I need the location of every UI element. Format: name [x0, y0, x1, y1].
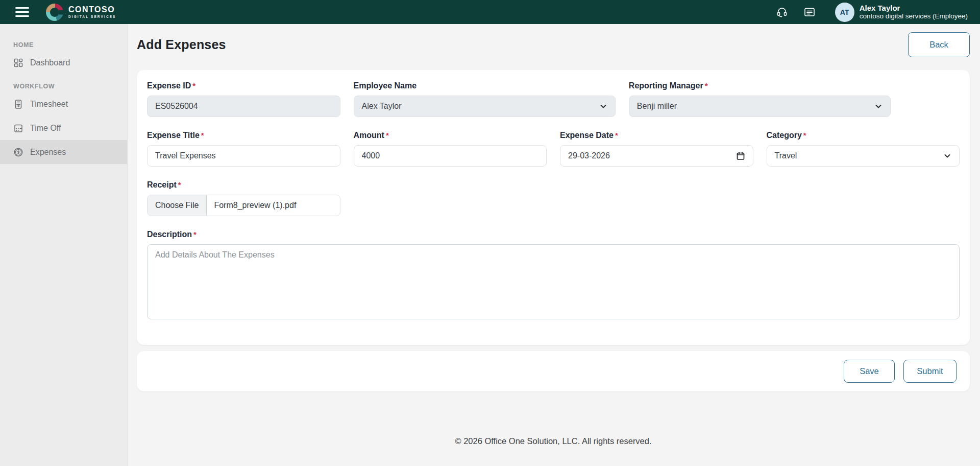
receipt-label: Receipt* — [147, 180, 340, 190]
page-title: Add Expenses — [137, 37, 226, 52]
news-memo-icon — [803, 6, 816, 18]
required-asterisk: * — [201, 131, 204, 139]
expense-title-field-group: Expense Title* — [147, 131, 340, 167]
sidebar-item-label: Time Off — [30, 124, 61, 133]
category-field-group: Category* Travel — [767, 131, 960, 167]
expense-date-field-group: Expense Date* 29-03-2026 — [560, 131, 753, 167]
sidebar-item-label: Dashboard — [30, 58, 70, 67]
sidebar-item-expenses[interactable]: Expenses — [0, 140, 127, 164]
sidebar-section-home: HOME — [0, 41, 127, 51]
sidebar-item-timesheet[interactable]: Timesheet — [0, 92, 127, 116]
required-asterisk: * — [386, 131, 389, 139]
chevron-down-icon — [874, 102, 883, 110]
receipt-file-name: Form8_preview (1).pdf — [207, 195, 303, 216]
sidebar-item-time-off[interactable]: Time Off — [0, 116, 127, 140]
announcements-button[interactable] — [802, 5, 817, 19]
sidebar-section-workflow: WORKFLOW — [0, 83, 127, 92]
menu-toggle-button[interactable] — [15, 4, 32, 20]
employee-name-value: Alex Taylor — [362, 102, 402, 111]
expense-id-input[interactable] — [147, 96, 340, 117]
user-profile-menu[interactable]: AT Alex Taylor contoso digital services … — [835, 3, 968, 22]
choose-file-button[interactable]: Choose File — [148, 195, 207, 216]
user-role: contoso digital services (Employee) — [860, 12, 968, 20]
expense-title-label: Expense Title* — [147, 131, 340, 140]
add-expense-form: Expense ID* Employee Name Alex Taylor Re… — [137, 70, 970, 345]
description-field-group: Description* — [147, 230, 960, 321]
required-asterisk: * — [615, 131, 618, 139]
user-name: Alex Taylor — [860, 4, 968, 12]
category-label: Category* — [767, 131, 960, 140]
sidebar-item-label: Expenses — [30, 148, 66, 157]
expense-date-input[interactable]: 29-03-2026 — [560, 145, 753, 167]
expense-id-label: Expense ID* — [147, 81, 340, 90]
employee-name-label: Employee Name — [354, 81, 616, 90]
description-textarea[interactable] — [147, 244, 960, 319]
timesheet-icon — [13, 99, 23, 109]
reporting-manager-value: Benji miller — [637, 102, 677, 111]
expense-date-value: 29-03-2026 — [568, 151, 610, 160]
back-button[interactable]: Back — [908, 32, 970, 57]
receipt-file-input[interactable]: Choose File Form8_preview (1).pdf — [147, 195, 340, 216]
required-asterisk: * — [705, 81, 708, 90]
amount-input[interactable] — [354, 145, 547, 167]
brand-logo: CONTOSO DIGITAL SERVICES — [46, 4, 116, 21]
description-label: Description* — [147, 230, 960, 239]
reporting-manager-select[interactable]: Benji miller — [629, 96, 891, 117]
category-value: Travel — [775, 151, 797, 160]
reporting-manager-label: Reporting Manager* — [629, 81, 891, 90]
calendar-icon — [13, 123, 23, 133]
sidebar-item-dashboard[interactable]: Dashboard — [0, 51, 127, 75]
receipt-field-group: Receipt* Choose File Form8_preview (1).p… — [147, 180, 340, 216]
avatar: AT — [835, 3, 854, 22]
required-asterisk: * — [803, 131, 806, 139]
copyright-footer: © 2026 Office One Solution, LLC. All rig… — [137, 436, 970, 446]
main-content: Add Expenses Back Expense ID* Employee N… — [128, 24, 980, 466]
required-asterisk: * — [193, 230, 197, 239]
brand-tagline: DIGITAL SERVICES — [68, 15, 116, 19]
sidebar-item-label: Timesheet — [30, 100, 68, 109]
support-headset-button[interactable] — [775, 5, 789, 19]
save-button[interactable]: Save — [844, 360, 895, 383]
expense-date-label: Expense Date* — [560, 131, 753, 140]
category-select[interactable]: Travel — [767, 145, 960, 167]
coin-dollar-icon — [13, 147, 23, 157]
headset-icon — [776, 6, 788, 18]
expense-title-input[interactable] — [147, 145, 340, 167]
submit-button[interactable]: Submit — [903, 360, 957, 383]
dashboard-grid-icon — [13, 58, 23, 68]
employee-name-field-group: Employee Name Alex Taylor — [354, 81, 616, 117]
chevron-down-icon — [943, 152, 951, 160]
form-actions: Save Submit — [137, 351, 970, 391]
chevron-down-icon — [599, 102, 607, 110]
required-asterisk: * — [178, 180, 181, 189]
expense-id-field-group: Expense ID* — [147, 81, 340, 117]
contoso-logo-icon — [46, 4, 63, 21]
employee-name-select[interactable]: Alex Taylor — [354, 96, 616, 117]
calendar-picker-icon[interactable] — [736, 151, 745, 160]
brand-name: CONTOSO — [68, 6, 116, 14]
reporting-manager-field-group: Reporting Manager* Benji miller — [629, 81, 891, 117]
amount-label: Amount* — [354, 131, 547, 140]
top-bar: CONTOSO DIGITAL SERVICES — [0, 0, 980, 24]
required-asterisk: * — [192, 81, 195, 90]
sidebar-nav: HOME Dashboard WORKFLOW — [0, 24, 128, 466]
amount-field-group: Amount* — [354, 131, 547, 167]
